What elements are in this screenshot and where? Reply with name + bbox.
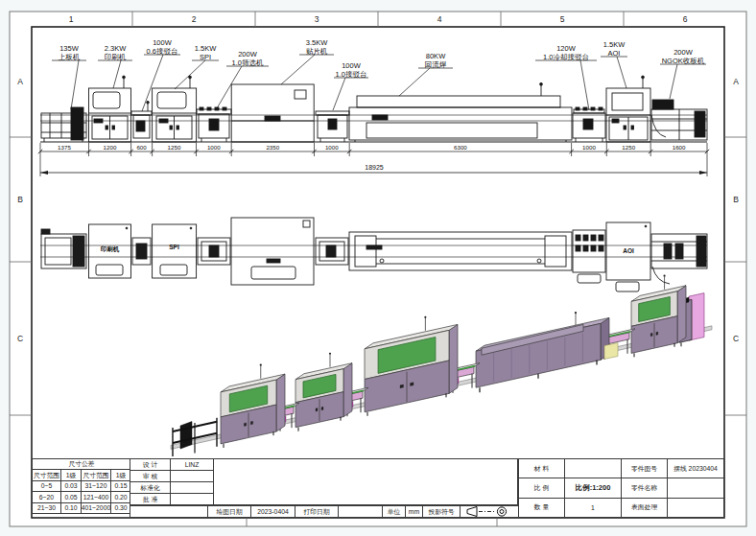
svg-text:贴片机: 贴片机 <box>306 47 328 56</box>
check-value <box>171 471 213 481</box>
plan-spi <box>153 224 197 278</box>
conveyor-cooling <box>573 107 605 142</box>
qty-value: 1 <box>565 499 621 517</box>
grid-row-b-left: B <box>10 193 31 206</box>
svg-text:1.0接驳台: 1.0接驳台 <box>336 70 367 79</box>
signature-block: 设 计 LINZ 审 核 标准化 批 准 <box>130 458 213 505</box>
machine-loader <box>41 107 86 142</box>
machine-screening <box>197 107 231 142</box>
grid-row-b-right: B <box>725 193 746 206</box>
remark-box <box>213 458 518 505</box>
grid-col-1: 1 <box>52 12 90 26</box>
isometric-view <box>29 282 721 458</box>
check-label: 审 核 <box>130 471 170 481</box>
conveyor-1-0 <box>316 111 349 142</box>
machine-unloader <box>651 100 707 140</box>
svg-text:18925: 18925 <box>365 164 384 171</box>
machine-aoi <box>606 76 650 142</box>
grid-col-2: 2 <box>175 12 213 26</box>
svg-text:回流焊: 回流焊 <box>425 60 447 69</box>
svg-text:SPI: SPI <box>200 53 211 61</box>
scale-label: 比 例 <box>519 478 564 497</box>
dimension-chain: 1375 1200 600 1250 1000 2350 1000 6300 1… <box>38 143 709 176</box>
equipment-labels: 135W上板机 2.3KW印刷机 100W0.6接驳台 1.5KWSPI 200… <box>52 38 706 111</box>
plan-cooling <box>573 230 605 283</box>
svg-text:1.0冷却接驳台: 1.0冷却接驳台 <box>543 53 589 61</box>
material-label: 材 料 <box>519 459 564 478</box>
svg-text:6300: 6300 <box>454 144 467 151</box>
label-cooling: 120W1.0冷却接驳台 <box>543 44 589 61</box>
standard-value <box>171 482 213 493</box>
elevation-view: 135W上板机 2.3KW印刷机 100W0.6接驳台 1.5KWSPI 200… <box>29 35 721 198</box>
svg-text:1250: 1250 <box>622 144 635 151</box>
unit-value: mm <box>406 506 422 517</box>
approve-label: 批 准 <box>130 494 170 504</box>
part-info-block: 材 料 零件图号 摆线 20230404 比 例 比例:1:200 零件名称 数… <box>518 458 724 518</box>
plan-label-aoi: AOI <box>623 247 634 254</box>
part-no-value: 摆线 20230404 <box>668 459 723 478</box>
label-conveyor-0-6: 100W0.6接驳台 <box>147 38 178 56</box>
svg-text:上板机: 上板机 <box>59 53 81 61</box>
machine-reflow-oven <box>349 82 572 142</box>
grid-row-c-right: C <box>725 332 746 345</box>
plan-label-spi: SPI <box>169 244 179 250</box>
label-printer: 2.3KW印刷机 <box>105 44 127 61</box>
svg-text:印刷机: 印刷机 <box>105 53 127 61</box>
surface-value <box>668 499 723 517</box>
tolerance-table: 尺寸公差 尺寸范围 1级 尺寸范围 1级 0~5 0.03 31~120 0.1… <box>32 458 130 514</box>
plan-reflow <box>349 232 572 270</box>
svg-text:0.6接驳台: 0.6接驳台 <box>147 47 178 56</box>
plan-conveyor-1 <box>132 238 151 265</box>
part-no-label: 零件图号 <box>622 459 667 478</box>
surface-label: 表面处理 <box>622 499 667 517</box>
svg-text:1250: 1250 <box>168 144 181 151</box>
grid-row-a-left: A <box>10 75 31 88</box>
plan-unloader <box>651 234 707 284</box>
grid-row-c-left: C <box>10 332 31 345</box>
grid-col-3: 3 <box>297 12 336 26</box>
svg-text:1200: 1200 <box>104 144 117 151</box>
approve-value <box>171 494 213 504</box>
design-label: 设 计 <box>130 459 170 470</box>
tolerance-title: 尺寸公差 <box>33 459 130 469</box>
scale-value: 比例:1:200 <box>565 478 621 497</box>
svg-text:1000: 1000 <box>207 144 221 151</box>
drawing-sheet: 1 2 3 4 5 6 A B C A B C <box>0 0 756 536</box>
grid-col-5: 5 <box>543 12 581 26</box>
plan-loader <box>41 229 86 268</box>
print-date-value <box>339 506 382 517</box>
svg-text:600: 600 <box>136 144 147 151</box>
draw-date-label: 绘图日期 <box>208 506 250 517</box>
svg-text:1600: 1600 <box>673 144 686 151</box>
grid-col-4: 4 <box>420 12 459 26</box>
label-screening: 200W1.0筛选机 <box>232 50 264 67</box>
svg-text:1.0筛选机: 1.0筛选机 <box>232 58 264 67</box>
projection-symbol-icon <box>461 506 519 517</box>
svg-text:AOI: AOI <box>608 49 621 58</box>
part-name-value <box>668 478 723 497</box>
label-spi: 1.5KWSPI <box>195 44 217 61</box>
part-name-label: 零件名称 <box>622 478 667 497</box>
material-value <box>565 459 621 478</box>
label-conveyor-1-0: 100W1.0接驳台 <box>336 61 367 79</box>
svg-text:NGOK收板机: NGOK收板机 <box>662 57 705 65</box>
machine-spi <box>153 76 197 142</box>
plan-conveyor-3 <box>316 238 348 265</box>
svg-text:2350: 2350 <box>266 144 279 151</box>
qty-label: 数 量 <box>519 499 564 517</box>
label-aoi: 1.5KWAOI <box>603 40 626 58</box>
label-reflow: 80KW回流焊 <box>425 52 447 69</box>
draw-date-value: 2023-0404 <box>251 506 295 517</box>
svg-text:1375: 1375 <box>58 144 71 151</box>
machine-mounter <box>231 84 314 142</box>
design-value: LINZ <box>171 459 213 470</box>
plan-label-printer: 印刷机 <box>101 245 120 253</box>
plan-mounter <box>231 218 314 285</box>
machine-printer <box>89 76 131 142</box>
unit-label: 单位 <box>383 506 405 517</box>
total-dimension: 18925 <box>40 164 707 175</box>
grid-col-6: 6 <box>666 12 704 26</box>
svg-text:1000: 1000 <box>582 144 596 151</box>
conveyor-0-6 <box>131 102 152 139</box>
svg-text:1000: 1000 <box>325 144 339 151</box>
